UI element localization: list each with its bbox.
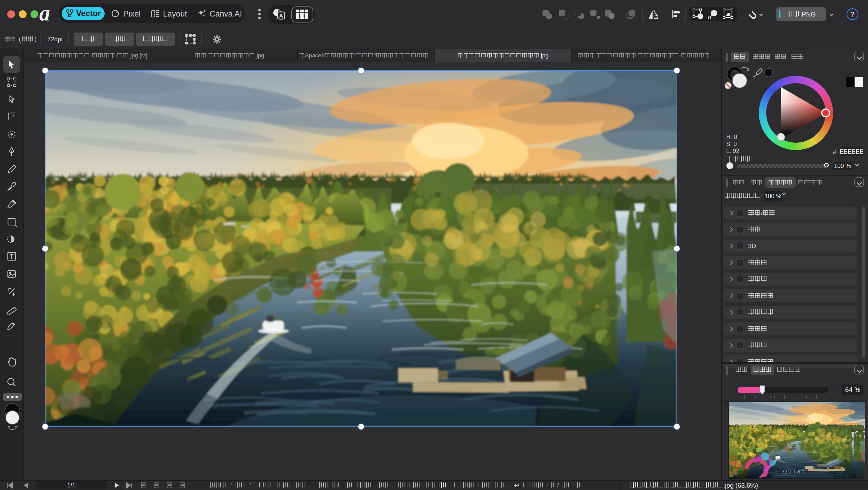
svg-text:A: A	[279, 13, 283, 19]
svg-text:Q u T a o: Q u T a o	[783, 468, 804, 474]
